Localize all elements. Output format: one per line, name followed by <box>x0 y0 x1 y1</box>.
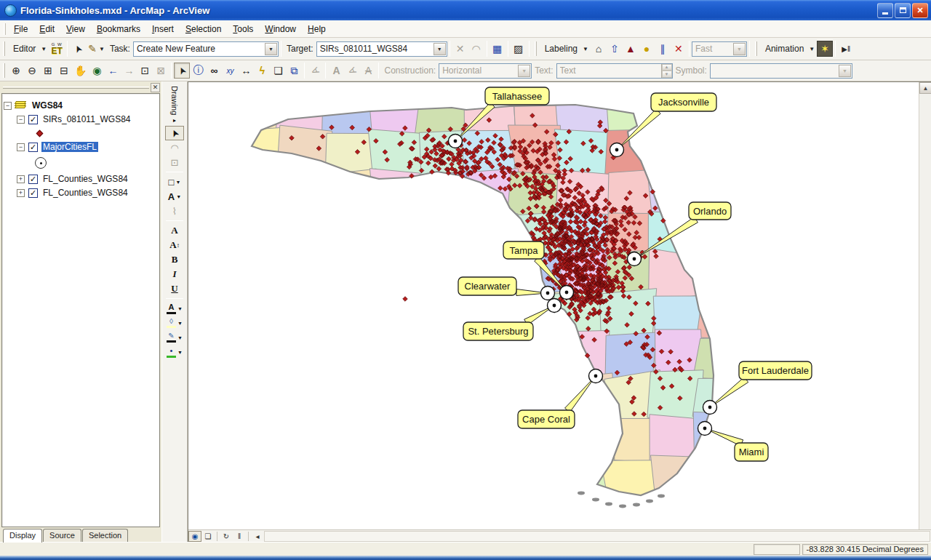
et-geowizards-icon[interactable]: G WET <box>49 41 65 57</box>
layer-name[interactable]: FL_Counties_WGS84 <box>41 174 129 184</box>
tab-source[interactable]: Source <box>43 529 81 542</box>
select-elements-icon[interactable]: ➤ <box>174 63 190 79</box>
full-extent-icon[interactable]: ◉ <box>89 63 105 79</box>
layout-view-button[interactable]: ❏ <box>201 531 215 542</box>
back-extent-icon[interactable]: ← <box>105 63 121 79</box>
attribute-table-icon[interactable]: ▦ <box>490 41 506 57</box>
menu-window[interactable]: Window <box>259 22 302 36</box>
map-horizontal-scrollbar[interactable] <box>264 531 930 542</box>
bold-button[interactable]: B <box>165 252 184 267</box>
city-callout-clearwater[interactable]: Clearwater <box>458 277 555 300</box>
collapse-icon[interactable]: − <box>4 102 12 110</box>
expand-icon[interactable]: + <box>17 189 25 197</box>
animation-menu-button[interactable]: Animation▼ <box>760 41 817 57</box>
animation-toolbar-grip[interactable] <box>755 41 757 56</box>
html-popup-icon[interactable]: ❏ <box>270 63 286 79</box>
lock-labels-icon[interactable]: ● <box>639 41 655 57</box>
label-weight-icon[interactable]: ▲ <box>623 41 639 57</box>
label-manager-icon[interactable]: ⌂ <box>591 41 607 57</box>
measure-icon[interactable]: ↔ <box>238 63 254 79</box>
hyperlink-icon[interactable]: ϟ <box>254 63 270 79</box>
pause-labeling-icon[interactable]: ∥ <box>655 41 671 57</box>
collapse-icon[interactable]: − <box>17 143 25 151</box>
layer-checkbox[interactable]: ✓ <box>28 188 38 198</box>
menu-view[interactable]: View <box>60 22 91 36</box>
city-callout-miami[interactable]: Miami <box>698 422 769 462</box>
toc-root-row[interactable]: − WGS84 <box>4 99 158 112</box>
drawing-menu-caret-icon[interactable]: ▸ <box>173 117 176 124</box>
tools-toolbar-grip[interactable] <box>3 63 5 78</box>
scroll-left-icon[interactable]: ◂ <box>251 531 264 542</box>
labeling-toolbar-grip[interactable] <box>535 41 537 56</box>
collapse-icon[interactable]: − <box>17 116 25 124</box>
select-features-icon[interactable]: ⊡ <box>137 63 153 79</box>
city-callout-st-petersburg[interactable]: St. Petersburg <box>463 299 562 341</box>
close-button[interactable]: ✕ <box>912 3 928 18</box>
font-button[interactable]: A <box>165 223 184 238</box>
font-color-button[interactable]: A▼ <box>165 301 184 316</box>
underline-button[interactable]: U <box>165 281 184 296</box>
task-combo[interactable]: Create New Feature▼ <box>133 41 279 57</box>
layer-checkbox[interactable]: ✓ <box>28 143 38 152</box>
font-size-button[interactable]: A↕ <box>165 238 184 252</box>
animation-controls-icon[interactable]: ▶‖ <box>838 41 854 57</box>
tab-display[interactable]: Display <box>3 529 42 543</box>
drawing-menu-button[interactable]: Drawing <box>170 86 179 115</box>
editor-toolbar-grip[interactable] <box>3 41 5 56</box>
pan-icon[interactable]: ✋ <box>72 63 89 79</box>
editor-menu-button[interactable]: Editor▼ <box>8 41 49 57</box>
scroll-up-icon[interactable]: ▲ <box>919 82 931 94</box>
menu-grip[interactable] <box>4 23 6 35</box>
layer-checkbox[interactable]: ✓ <box>28 115 38 124</box>
fill-color-button[interactable]: ◊▼ <box>165 316 184 330</box>
zoom-in-icon[interactable]: ⊕ <box>8 63 24 79</box>
menu-selection[interactable]: Selection <box>180 22 227 36</box>
identify-icon[interactable]: ⓘ <box>190 63 206 79</box>
viewer-window-icon[interactable]: ⧉ <box>286 63 302 79</box>
edit-tool-icon[interactable]: ➤ <box>70 41 86 57</box>
pause-drawing-icon[interactable]: ‖ <box>233 531 246 542</box>
menu-edit[interactable]: Edit <box>33 22 60 36</box>
text-tool-icon[interactable]: A▼ <box>165 189 184 204</box>
sketch-properties-icon[interactable]: ▨ <box>511 41 527 57</box>
marker-color-button[interactable]: •▼ <box>165 345 184 359</box>
select-elements-icon[interactable]: ➤ <box>165 126 184 140</box>
refresh-view-icon[interactable]: ↻ <box>220 531 233 542</box>
layer-name-selected[interactable]: MajorCitiesFL <box>41 142 98 152</box>
view-unplaced-icon[interactable]: ✕ <box>671 41 687 57</box>
expand-icon[interactable]: + <box>17 175 25 183</box>
find-icon[interactable]: ∞ <box>206 63 222 79</box>
menu-insert[interactable]: Insert <box>146 22 180 36</box>
tab-selection[interactable]: Selection <box>82 529 128 542</box>
data-view-button[interactable]: ◉ <box>188 531 201 542</box>
layer-name[interactable]: SIRs_081011_WGS84 <box>41 114 132 124</box>
layer-row-counties-1[interactable]: + ✓ FL_Counties_WGS84 <box>17 172 158 185</box>
minimize-button[interactable] <box>877 3 893 18</box>
map-vertical-scrollbar[interactable]: ▲ <box>919 82 931 529</box>
layer-checkbox[interactable]: ✓ <box>28 175 38 184</box>
labeling-menu-button[interactable]: Labeling▼ <box>540 41 591 57</box>
fixed-zoom-in-icon[interactable]: ⊞ <box>40 63 56 79</box>
zoom-out-icon[interactable]: ⊖ <box>24 63 40 79</box>
sketch-tool-icon[interactable]: ✎▼ <box>86 41 107 57</box>
dataframe-name[interactable]: WGS84 <box>31 100 64 111</box>
italic-button[interactable]: I <box>165 267 184 281</box>
city-callout-fort-lauderdale[interactable]: Fort Lauderdale <box>703 361 812 415</box>
toc-drag-handle[interactable]: ✕ <box>1 83 160 92</box>
label-priority-icon[interactable]: ⇧ <box>607 41 623 57</box>
menu-help[interactable]: Help <box>302 22 332 36</box>
shape-tool-icon[interactable]: □▼ <box>165 175 184 189</box>
go-to-xy-icon[interactable]: xy <box>222 63 238 79</box>
map-canvas[interactable]: TallahasseeJacksonvilleOrlandoTampaClear… <box>188 82 919 529</box>
line-color-button[interactable]: ✎▼ <box>165 330 184 345</box>
fixed-zoom-out-icon[interactable]: ⊟ <box>56 63 72 79</box>
restore-button[interactable] <box>895 3 911 18</box>
menu-tools[interactable]: Tools <box>227 22 259 36</box>
target-combo[interactable]: SIRs_081011_WGS84▼ <box>316 41 447 57</box>
toc-close-icon[interactable]: ✕ <box>151 83 160 92</box>
menu-bookmarks[interactable]: Bookmarks <box>91 22 146 36</box>
menu-file[interactable]: File <box>8 22 33 36</box>
layer-row-sirs[interactable]: − ✓ SIRs_081011_WGS84 <box>17 113 158 126</box>
layer-name[interactable]: FL_Counties_WGS84 <box>41 188 129 198</box>
capture-frame-icon[interactable]: ✶ <box>817 41 833 57</box>
